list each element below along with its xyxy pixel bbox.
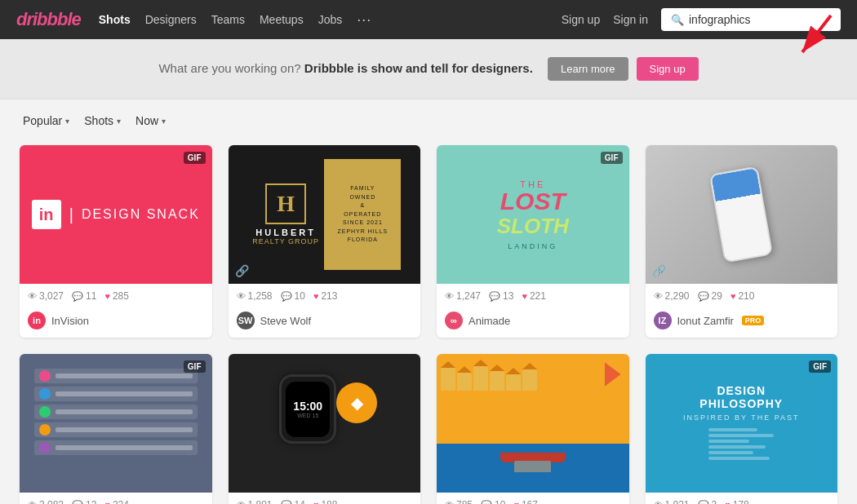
shot-card-applewatch[interactable]: 15:00 WED 15 ◆ 👁 1,801: [229, 354, 421, 504]
gif-badge: GIF: [184, 360, 206, 373]
comment-icon: 💬: [481, 500, 492, 505]
like-count: ♥ 210: [730, 290, 755, 302]
shot-meta-invision: 👁 3,027 💬 11 ♥ 285: [20, 284, 212, 307]
eye-icon: 👁: [654, 291, 663, 301]
author-avatar: SW: [237, 312, 255, 329]
shot-card-designphil[interactable]: DESIGNPHILOSOPHY INSPIRED BY THE PAST GI…: [646, 354, 838, 504]
comment-count: 💬 12: [72, 499, 96, 504]
shot-author-invision: in InVision: [20, 307, 212, 338]
like-count: ♥ 285: [104, 290, 129, 302]
search-icon: 🔍: [671, 14, 684, 26]
comment-icon: 💬: [489, 291, 500, 302]
gif-badge: GIF: [601, 152, 623, 164]
like-count: ♥ 167: [513, 499, 538, 504]
comment-icon: 💬: [698, 500, 709, 505]
nav-designers[interactable]: Designers: [145, 13, 197, 26]
eye-icon: 👁: [445, 291, 454, 301]
shot-author-lostsloth: ∞ Animade: [437, 307, 629, 338]
heart-icon: ♥: [522, 291, 527, 301]
shot-thumbnail-darkui[interactable]: GIF: [20, 354, 212, 493]
view-count: 👁 1,247: [445, 290, 481, 302]
eye-icon: 👁: [237, 291, 246, 301]
gif-badge: GIF: [184, 152, 206, 164]
learn-more-button[interactable]: Learn more: [548, 57, 628, 81]
link-icon: 🔗: [652, 264, 666, 277]
heart-icon: ♥: [730, 291, 736, 301]
shot-meta-designphil: 👁 1,921 💬 3 ♥ 178: [646, 493, 838, 504]
filter-now[interactable]: Now▾: [132, 113, 169, 129]
heart-icon: ♥: [313, 500, 319, 504]
shot-thumbnail-lostsloth[interactable]: THE LOST SLOTH LANDING GIF: [437, 145, 629, 284]
shot-meta-lostsloth: 👁 1,247 💬 13 ♥ 221: [437, 284, 629, 307]
gif-badge: GIF: [809, 360, 831, 373]
author-name[interactable]: InVision: [51, 315, 89, 327]
author-avatar: ∞: [445, 312, 463, 329]
author-avatar: IZ: [654, 312, 672, 329]
comment-icon: 💬: [281, 291, 292, 302]
comment-icon: 💬: [72, 291, 83, 302]
nav-shots[interactable]: Shots: [99, 13, 131, 26]
nav-teams[interactable]: Teams: [211, 13, 245, 26]
heart-icon: ♥: [513, 500, 519, 504]
shot-thumbnail-invision[interactable]: in | DESIGN SNACK GIF: [20, 145, 212, 284]
shot-card-lostsloth[interactable]: THE LOST SLOTH LANDING GIF 👁 1,247 💬 13 …: [437, 145, 629, 338]
pro-badge: PRO: [742, 316, 765, 325]
shot-thumbnail-hulbert[interactable]: H HULBERT REALTY GROUP FAMILYOWNED&OPERA…: [229, 145, 421, 284]
nav-more[interactable]: ···: [357, 11, 371, 29]
shot-card-darkui[interactable]: GIF 👁 3,082 💬 12 ♥ 224: [20, 354, 212, 504]
view-count: 👁 3,082: [28, 499, 64, 504]
filter-shots[interactable]: Shots▾: [81, 113, 124, 129]
shot-thumbnail-designphil[interactable]: DESIGNPHILOSOPHY INSPIRED BY THE PAST GI…: [646, 354, 838, 493]
nav-meetups[interactable]: Meetups: [260, 13, 304, 26]
shot-thumbnail-applewatch[interactable]: 15:00 WED 15 ◆: [229, 354, 421, 493]
view-count: 👁 3,027: [28, 290, 64, 302]
like-count: ♥ 221: [522, 290, 546, 302]
comment-count: 💬 13: [489, 290, 513, 302]
comment-icon: 💬: [281, 500, 292, 505]
eye-icon: 👁: [445, 500, 454, 504]
search-input[interactable]: [689, 13, 831, 26]
search-box[interactable]: 🔍: [661, 8, 841, 31]
comment-icon: 💬: [698, 291, 709, 302]
comment-icon: 💬: [72, 500, 83, 505]
eye-icon: 👁: [28, 291, 37, 301]
shot-author-hulbert: SW Steve Wolf: [229, 307, 421, 338]
shot-meta-hulbert: 👁 1,258 💬 10 ♥ 213: [229, 284, 421, 307]
nav-signin[interactable]: Sign in: [613, 13, 648, 26]
view-count: 👁 1,258: [237, 290, 273, 302]
brand-logo[interactable]: dribbble: [16, 9, 81, 30]
signup-button[interactable]: Sign up: [637, 57, 699, 81]
author-name[interactable]: Animade: [468, 315, 510, 327]
comment-count: 💬 11: [72, 290, 96, 302]
heart-icon: ♥: [104, 500, 110, 504]
nav-jobs[interactable]: Jobs: [318, 13, 343, 26]
author-name[interactable]: Steve Wolf: [260, 315, 312, 327]
link-icon: 🔗: [235, 264, 249, 277]
author-name[interactable]: Ionut Zamfir: [677, 315, 734, 327]
nav-signup[interactable]: Sign up: [562, 13, 600, 26]
shot-card-ionut[interactable]: 🔗 👁 2,290 💬 29 ♥ 210 IZ Ionut Zamfir PRO: [646, 145, 838, 338]
heart-icon: ♥: [313, 291, 319, 301]
shot-card-hulbert[interactable]: H HULBERT REALTY GROUP FAMILYOWNED&OPERA…: [229, 145, 421, 338]
shot-card-boat[interactable]: 👁 785 💬 10 ♥ 167: [437, 354, 629, 504]
shot-thumbnail-boat[interactable]: [437, 354, 629, 493]
view-count: 👁 785: [445, 499, 473, 504]
eye-icon: 👁: [28, 500, 37, 504]
navbar: dribbble Shots Designers Teams Meetups J…: [0, 0, 857, 39]
shot-card-invision[interactable]: in | DESIGN SNACK GIF 👁 3,027 💬 11 ♥ 285: [20, 145, 212, 338]
view-count: 👁 1,921: [654, 499, 690, 504]
comment-count: 💬 29: [698, 290, 722, 302]
like-count: ♥ 178: [725, 499, 749, 504]
shot-meta-darkui: 👁 3,082 💬 12 ♥ 224: [20, 493, 212, 504]
shot-meta-ionut: 👁 2,290 💬 29 ♥ 210: [646, 284, 838, 307]
nav-links: Shots Designers Teams Meetups Jobs ···: [99, 11, 562, 29]
comment-count: 💬 10: [281, 290, 305, 302]
like-count: ♥ 188: [313, 499, 338, 504]
like-count: ♥ 213: [313, 290, 338, 302]
filter-bar: Popular▾ Shots▾ Now▾: [0, 99, 857, 142]
filter-popular[interactable]: Popular▾: [20, 113, 73, 129]
eye-icon: 👁: [237, 500, 246, 504]
banner-buttons: Learn more Sign up: [548, 57, 699, 81]
shot-thumbnail-ionut[interactable]: 🔗: [646, 145, 838, 284]
shot-author-ionut: IZ Ionut Zamfir PRO: [646, 307, 838, 338]
